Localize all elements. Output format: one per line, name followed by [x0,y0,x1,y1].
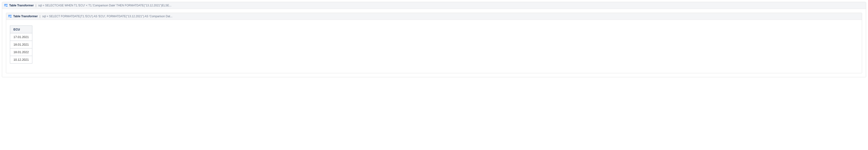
svg-rect-1 [4,5,6,6]
svg-rect-6 [8,16,10,17]
cell-ecu: 18.01.2022 [10,49,32,56]
svg-rect-9 [10,17,11,18]
inner-macro-divider: | [40,14,40,18]
svg-rect-4 [6,6,7,7]
outer-macro-divider: | [36,4,36,7]
table-row: 10.12.2021 [10,56,32,64]
outer-macro-header[interactable]: Table Transformer | sql = SELECTCASE WHE… [2,2,866,9]
col-header-ecu: ECU [10,26,32,33]
inner-macro-panel: Table Transformer | sql = SELECT FORMATD… [6,13,862,73]
inner-macro-header[interactable]: Table Transformer | sql = SELECT FORMATD… [6,13,862,20]
svg-rect-3 [4,6,6,7]
cell-ecu: 18.01.2021 [10,41,32,49]
cell-ecu: 17.01.2021 [10,33,32,41]
svg-rect-5 [8,15,11,16]
outer-macro-body: Table Transformer | sql = SELECT FORMATD… [2,9,866,77]
outer-macro-params: sql = SELECTCASE WHEN T1.'ECU' < T1.'Com… [38,4,172,7]
outer-param-value: SELECTCASE WHEN T1.'ECU' < T1.'Compariso… [45,4,172,7]
table-transformer-icon [8,14,12,18]
table-row: 18.01.2022 [10,49,32,56]
inner-macro-params: sql = SELECT FORMATDATE(T1.'ECU') AS 'EC… [42,14,173,18]
svg-rect-8 [8,17,10,18]
cell-ecu: 10.12.2021 [10,56,32,64]
outer-macro-panel: Table Transformer | sql = SELECTCASE WHE… [2,2,866,77]
inner-macro-body: ECU 17.01.2021 18.01.2021 18.01.2022 10.… [6,20,862,73]
svg-rect-2 [6,5,7,6]
table-row: 18.01.2021 [10,41,32,49]
inner-param-value: SELECT FORMATDATE(T1.'ECU') AS 'ECU', FO… [49,14,173,18]
outer-param-prefix: sql = [38,4,45,7]
table-header-row: ECU [10,26,32,33]
svg-rect-0 [4,4,7,5]
inner-macro-title: Table Transformer [13,14,38,18]
outer-macro-title: Table Transformer [9,4,34,7]
svg-rect-7 [10,16,11,17]
table-row: 17.01.2021 [10,33,32,41]
table-transformer-icon [4,4,8,7]
result-table: ECU 17.01.2021 18.01.2021 18.01.2022 10.… [10,26,32,64]
inner-param-prefix: sql = [42,14,49,18]
